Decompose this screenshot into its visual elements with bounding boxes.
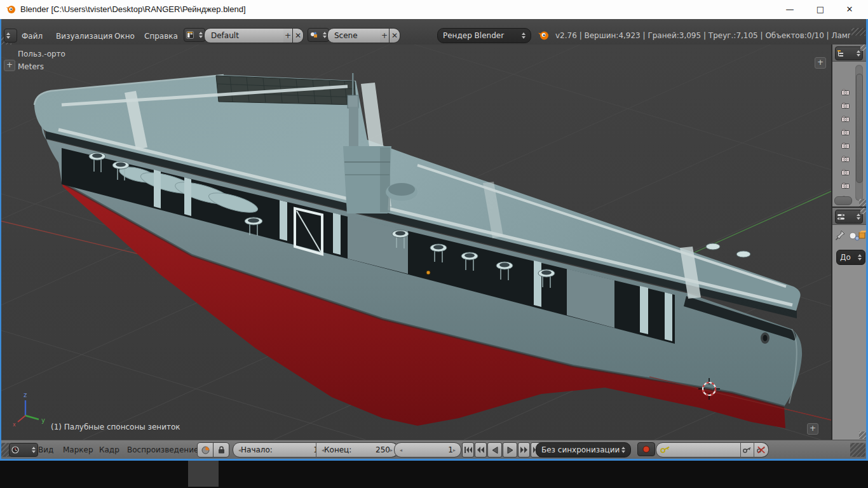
menu-render[interactable]: Визуализация [56, 30, 112, 42]
end-label: Конец: [324, 445, 351, 454]
pin-icon[interactable] [835, 229, 846, 241]
time-indicator-toggle[interactable] [197, 442, 214, 458]
jump-start-icon [465, 447, 472, 453]
remove-layout-button[interactable]: ✕ [293, 28, 304, 43]
toolshelf-expand-button[interactable]: + [4, 60, 15, 71]
editor-type-button-timeline[interactable] [9, 443, 38, 457]
next-keyframe-button[interactable] [518, 442, 530, 458]
timeline-menu-playback[interactable]: Воспроизведение [127, 444, 198, 456]
camera-icon [841, 182, 850, 189]
layout-arrows-icon [199, 32, 203, 38]
screen-layout-value: Default [211, 31, 239, 40]
screen-layout-field[interactable]: Default [204, 28, 290, 43]
viewport-scene: z y x [1, 44, 831, 440]
viewport-3d[interactable]: z y x Польз.-орто Meters (1) Палубные сп… [1, 44, 831, 440]
header-resize-grip-right[interactable] [851, 28, 865, 36]
properties-panel: До [831, 207, 868, 441]
properties-header [832, 208, 868, 225]
frame-start-field[interactable]: ◂ Начало: 1 ▸ [233, 442, 327, 458]
close-button[interactable]: ✕ [836, 0, 864, 19]
camera-icon [841, 169, 850, 175]
increment-arrow-icon[interactable]: ▸ [453, 447, 456, 453]
editor-type-button-info[interactable] [4, 29, 17, 43]
window-border-left [0, 19, 1, 461]
scene-icon-button[interactable] [308, 28, 329, 42]
lock-icon [218, 446, 225, 454]
outliner-arrows-icon [857, 50, 860, 57]
taskbar: e [0, 461, 868, 488]
prev-keyframe-icon [477, 447, 484, 453]
units-label: Meters [18, 62, 44, 71]
properties-icon [837, 214, 844, 220]
axis-z-label: z [24, 391, 27, 398]
keying-set-field[interactable] [656, 442, 749, 458]
jump-to-start-button[interactable] [462, 442, 474, 458]
playback-controls [462, 442, 543, 458]
increment-arrow-icon[interactable]: ▸ [390, 447, 393, 453]
lock-toggle[interactable] [213, 442, 229, 458]
sync-mode-value: Без синхронизации [541, 445, 620, 454]
sync-mode-dropdown[interactable]: Без синхронизации [536, 442, 631, 458]
active-object-label: (1) Палубные спонсоны зениток [51, 423, 180, 431]
window-titlebar[interactable]: Blender [C:\Users\tvister\Desktop\RANGER… [0, 0, 868, 20]
add-layout-button[interactable]: + [283, 28, 293, 43]
menu-window[interactable]: Окно [114, 30, 135, 42]
outliner-scrollbar-thumb[interactable] [856, 74, 863, 183]
key-icon [660, 446, 670, 454]
outliner-header [832, 44, 868, 62]
menu-help[interactable]: Справка [144, 30, 178, 42]
timeline-menu-view[interactable]: Вид [38, 444, 53, 456]
scene-arrows-icon [323, 32, 327, 38]
axis-x-label: x [13, 422, 16, 428]
properties-context-dropdown[interactable]: До [836, 250, 865, 265]
play-reverse-button[interactable] [487, 442, 502, 458]
minimize-button[interactable]: — [776, 0, 804, 19]
timeline-menu-frame[interactable]: Кадр [99, 444, 119, 456]
timeline-arrows-icon [32, 447, 36, 453]
frame-indicator-icon [201, 446, 210, 454]
blender-app-icon [6, 4, 17, 15]
editor-type-button-outliner[interactable] [835, 46, 863, 60]
end-value: 250 [376, 445, 390, 454]
camera-icon [841, 89, 850, 95]
timeline-menu-marker[interactable]: Маркер [63, 444, 93, 456]
render-engine-dropdown[interactable]: Рендер Blender [437, 28, 531, 43]
axis-gizmo-icon: z y x [13, 391, 45, 428]
scene-field[interactable]: Scene [327, 28, 387, 43]
render-engine-value: Рендер Blender [443, 31, 504, 40]
outliner-hscrollbar[interactable] [834, 196, 852, 205]
add-scene-button[interactable]: + [380, 28, 390, 43]
delete-keyframe-button[interactable] [754, 442, 769, 458]
current-frame-field[interactable]: ◂ 1 ▸ [394, 442, 461, 458]
layout-icon [186, 31, 194, 39]
render-context-icon[interactable] [848, 229, 867, 242]
scene-value: Scene [334, 31, 358, 40]
timeline-grip-right[interactable] [850, 443, 865, 457]
insert-keyframe-button[interactable] [740, 442, 754, 458]
view-mode-label: Польз.-орто [18, 50, 65, 58]
scene-icon [310, 31, 318, 39]
previous-keyframe-button[interactable] [475, 442, 487, 458]
menu-file[interactable]: Файл [22, 30, 43, 42]
outliner-scrollbar[interactable] [855, 65, 863, 201]
decrement-arrow-icon[interactable]: ◂ [400, 447, 402, 453]
frame-end-field[interactable]: ◂ Конец: 250 ▸ [316, 442, 398, 458]
camera-icon [841, 129, 850, 135]
context-arrows-icon [858, 254, 862, 261]
auto-keyframe-record-button[interactable] [637, 442, 655, 456]
maximize-button[interactable]: □ [806, 0, 834, 19]
key-delete-icon [757, 446, 766, 454]
bottom-expand-button[interactable]: + [807, 423, 818, 435]
screen-layout-icon-button[interactable] [184, 28, 205, 42]
scene-statistics: v2.76 | Вершин:4,923 | Граней:3,095 | Тр… [555, 31, 850, 40]
editor-type-button-properties[interactable] [835, 210, 863, 224]
properties-region-expand-button[interactable]: + [815, 57, 826, 69]
remove-scene-button[interactable]: ✕ [390, 28, 400, 43]
blender-logo-icon [538, 30, 550, 41]
camera-icon [841, 116, 850, 122]
object-origin-dot [426, 271, 430, 274]
editor-selector-arrows-icon [6, 32, 10, 39]
properties-context-value: До [840, 253, 851, 262]
play-button[interactable] [503, 442, 517, 458]
engine-arrows-icon [522, 32, 526, 39]
